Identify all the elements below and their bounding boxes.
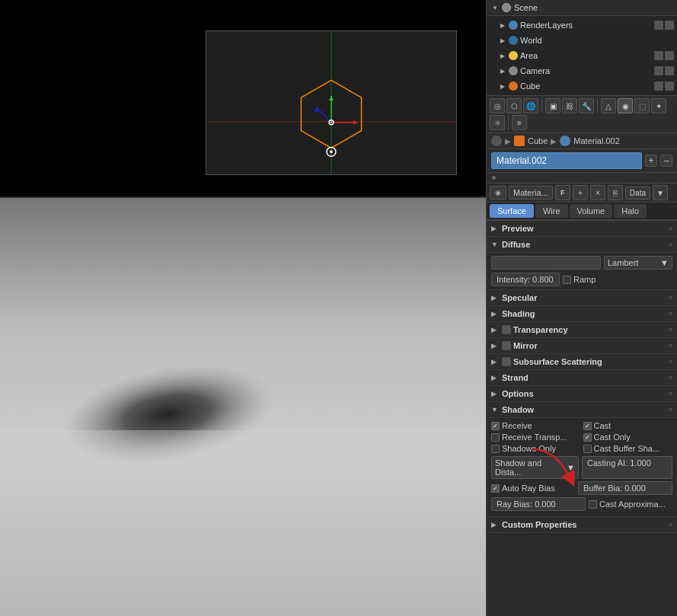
mat-copy-icon[interactable]: ⎘ [608,185,623,200]
properties-scroll[interactable]: ▶ Preview ≡ ▼ Diffuse ≡ Lambert ▼ [487,221,677,616]
bc-cube-icon [514,136,525,146]
tb-scene-icon[interactable]: ⬡ [506,98,522,113]
tb-particle-icon[interactable]: ✦ [651,98,666,113]
section-preview-header[interactable]: ▶ Preview ≡ [487,221,677,237]
shadow-checkboxes-grid: Receive Cast Receive Transp... Cast Only [491,421,672,453]
sss-toggle-icon[interactable] [502,357,511,366]
camera-expand[interactable]: ▶ [499,67,506,75]
mat-slot-prev-icon[interactable]: ◉ [490,186,506,199]
tb-data2-icon[interactable]: ≡ [512,115,527,130]
tree-item-cube[interactable]: ▶ Cube [487,78,677,94]
tab-surface[interactable]: Surface [490,204,534,218]
shadows-only-label[interactable]: Shadows Only [491,444,581,453]
tb-object-icon[interactable]: ▣ [545,98,560,113]
bc-cube-label[interactable]: Cube [528,136,548,145]
tb-physics-icon[interactable]: ⚛ [490,115,505,130]
tb-texture-icon[interactable]: ⬚ [634,98,650,113]
ray-bias-field[interactable]: Ray Bias: 0.000 [491,497,586,511]
world-icon [509,36,518,45]
main-layout: ▼ Scene ▶ RenderLayers ▶ World ▶ [0,0,677,616]
area-expand[interactable]: ▶ [499,52,506,59]
ray-bias-value: 0.000 [535,500,556,509]
receive-checkbox[interactable] [491,422,500,430]
tab-volume[interactable]: Volume [570,204,613,218]
mirror-title: Mirror [513,341,538,350]
buffer-bia-field[interactable]: Buffer Bia: 0.000 [578,481,672,495]
shadow-mode-dropdown[interactable]: Shadow and Dista... ▼ [491,456,579,479]
material-plus-button[interactable]: + [645,155,657,167]
intensity-row: Intensity: 0.800 Ramp [491,273,672,286]
section-shading-header[interactable]: ▶ Shading ≡ [487,306,677,322]
auto-ray-bias-label[interactable]: Auto Ray Bias [491,481,575,495]
section-shadow-header[interactable]: ▼ Shadow ≡ [487,402,677,418]
tb-constraint-icon[interactable]: ⛓ [562,98,577,113]
tb-render-icon[interactable]: ◎ [490,98,505,113]
mat-slot-label[interactable]: Materia... [509,186,553,199]
specular-arrow: ▶ [491,294,499,302]
tb-modifier-icon[interactable]: 🔧 [579,98,594,113]
material-name-input[interactable] [491,152,642,169]
cast-only-label[interactable]: Cast Only [583,432,673,442]
tb-world-icon[interactable]: 🌐 [523,98,538,113]
world-expand[interactable]: ▶ [499,37,506,44]
ramp-checkbox-label[interactable]: Ramp [563,275,596,284]
cast-only-checkbox[interactable] [583,433,592,442]
cast-buffer-sha-checkbox[interactable] [583,445,592,453]
tree-item-camera[interactable]: ▶ Camera [487,63,677,78]
tb-material-icon[interactable]: ◉ [618,98,633,113]
cast-label[interactable]: Cast [583,421,673,430]
area-vis-2 [665,51,674,60]
auto-ray-bias-row: Auto Ray Bias Buffer Bia: 0.000 [491,481,672,495]
mat-del-icon[interactable]: × [590,185,605,200]
cube-expand[interactable]: ▶ [499,82,506,90]
section-options-header[interactable]: ▶ Options ≡ [487,386,677,402]
transparency-toggle-icon[interactable] [502,325,511,334]
section-sss-header[interactable]: ▶ Subsurface Scattering ≡ [487,354,677,370]
cast-buffer-sha-label[interactable]: Cast Buffer Sha... [583,444,673,453]
cast-checkbox[interactable] [583,422,592,430]
section-custom-props-header[interactable]: ▶ Custom Properties ≡ [487,517,677,533]
receive-transp-text: Receive Transp... [502,432,567,442]
buffer-bia-value: 0.000 [624,484,646,493]
shadow-title: Shadow [502,405,534,414]
receive-transp-checkbox[interactable] [491,433,500,442]
section-diffuse-header[interactable]: ▼ Diffuse ≡ [487,237,677,253]
cast-approxima-label[interactable]: Cast Approxima... [589,497,672,511]
mirror-toggle-icon[interactable] [502,341,511,350]
section-specular-header[interactable]: ▶ Specular ≡ [487,290,677,306]
diffuse-color-swatch[interactable] [491,256,601,270]
viewport-3d[interactable] [206,30,457,175]
scene-expand-icon[interactable]: ▼ [491,4,499,11]
intensity-field[interactable]: Intensity: 0.800 [491,273,560,286]
receive-transp-label[interactable]: Receive Transp... [491,432,581,442]
ramp-checkbox[interactable] [563,276,571,284]
renderlayers-expand[interactable]: ▶ [499,21,506,29]
section-mirror-header[interactable]: ▶ Mirror ≡ [487,338,677,354]
material-minus-button[interactable]: – [660,155,672,167]
renderlayers-label: RenderLayers [520,21,652,30]
vis-icon-2 [665,21,674,30]
mat-f-icon[interactable]: F [555,185,570,200]
scene-tree: ▶ RenderLayers ▶ World ▶ Area [487,16,677,96]
receive-label[interactable]: Receive [491,421,581,430]
section-strand-header[interactable]: ▶ Strand ≡ [487,370,677,386]
cube-vis-1 [654,81,663,91]
material-tabs-row: Surface Wire Volume Halo [487,203,677,221]
tb-data-icon[interactable]: △ [601,98,616,113]
section-transparency-header[interactable]: ▶ Transparency ≡ [487,322,677,338]
tree-item-area[interactable]: ▶ Area [487,48,677,63]
left-panel [0,0,486,616]
diffuse-shader-select[interactable]: Lambert ▼ [604,256,672,270]
mat-menu-icon[interactable]: ▼ [653,185,668,200]
diffuse-menu: ≡ [669,241,672,248]
tab-wire[interactable]: Wire [535,204,568,218]
casting-ai-field[interactable]: Casting AI: 1.000 [582,456,672,479]
cast-approxima-checkbox[interactable] [589,500,597,509]
tree-item-world[interactable]: ▶ World [487,33,677,48]
auto-ray-bias-checkbox[interactable] [491,484,500,493]
tab-halo[interactable]: Halo [614,204,647,218]
shadows-only-checkbox[interactable] [491,445,500,453]
mat-add-icon[interactable]: + [573,185,588,200]
shadow-body: Receive Cast Receive Transp... Cast Only [487,418,677,517]
tree-item-renderlayers[interactable]: ▶ RenderLayers [487,18,677,33]
